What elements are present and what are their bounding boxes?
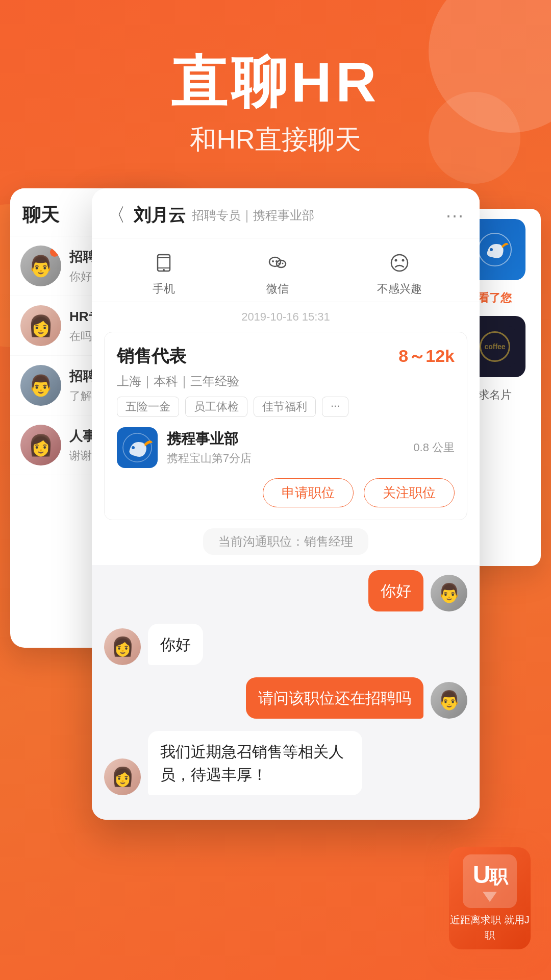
svg-rect-4 — [158, 255, 170, 271]
company-branch: 携程宝山第7分店 — [167, 451, 404, 466]
job-card: 销售代表 8～12k 上海｜本科｜三年经验 五险一金 员工体检 佳节福利 ··· — [104, 332, 467, 520]
action-wechat[interactable]: 微信 — [263, 249, 292, 297]
chat-user-role: 招聘专员｜携程事业部 — [192, 207, 314, 224]
svg-point-8 — [269, 257, 281, 266]
job-tags: 五险一金 员工体检 佳节福利 ··· — [117, 397, 455, 417]
company-logo — [117, 427, 158, 468]
receiver-avatar-2: 👩 — [104, 758, 141, 795]
message-row-4: 👩 我们近期急召销售等相关人员，待遇丰厚！ — [104, 731, 467, 795]
coffee-text: coffee — [484, 342, 505, 351]
avatar-3: 👨 — [20, 365, 61, 406]
unread-dot-1 — [50, 248, 59, 257]
apply-job-button[interactable]: 申请职位 — [263, 478, 354, 507]
main-title: 直聊HR — [0, 51, 551, 113]
phone-icon — [149, 249, 178, 277]
svg-point-10 — [272, 260, 274, 262]
job-tag-2: 员工体检 — [185, 397, 247, 417]
message-bubble-3: 请问该职位还在招聘吗 — [246, 677, 423, 719]
chat-header: 〈 刘月云 招聘专员｜携程事业部 ··· — [92, 188, 480, 238]
ujob-tagline: 近距离求职 就用J职 — [449, 912, 531, 943]
sender-avatar-1: 👨 — [431, 575, 467, 611]
more-options-button[interactable]: ··· — [446, 205, 464, 226]
svg-point-11 — [276, 260, 278, 262]
job-title: 销售代表 — [117, 345, 186, 368]
job-tag-3: 佳节福利 — [254, 397, 316, 417]
ujob-logo-text: U职 — [473, 861, 507, 890]
phone-label: 手机 — [153, 281, 175, 297]
follow-job-button[interactable]: 关注职位 — [364, 478, 455, 507]
svg-point-13 — [282, 263, 283, 264]
chat-user-name: 刘月云 — [134, 204, 186, 227]
svg-point-15 — [394, 259, 397, 262]
ujob-badge[interactable]: U职 近距离求职 就用J职 — [449, 847, 531, 949]
svg-point-14 — [391, 255, 408, 271]
company-distance: 0.8 公里 — [413, 440, 455, 455]
right-card-business-card: 求名片 — [478, 387, 512, 403]
company-name: 携程事业部 — [167, 429, 404, 449]
message-bubble-2: 你好 — [148, 624, 203, 665]
job-tag-more: ··· — [322, 397, 348, 417]
job-salary: 8～12k — [398, 345, 455, 368]
wechat-icon — [263, 249, 292, 277]
action-phone[interactable]: 手机 — [149, 249, 178, 297]
svg-point-18 — [132, 446, 135, 449]
svg-point-3 — [490, 248, 493, 251]
chat-list-title: 聊天 — [22, 203, 59, 228]
svg-point-16 — [402, 259, 404, 262]
current-job-status: 当前沟通职位：销售经理 — [203, 528, 368, 555]
right-card-viewed: 看了您 — [478, 290, 512, 306]
message-row-1: 👨 你好 — [104, 570, 467, 611]
avatar-2: 👩 — [20, 305, 61, 346]
main-chat-card: 〈 刘月云 招聘专员｜携程事业部 ··· 手机 — [92, 188, 480, 820]
message-bubble-4: 我们近期急召销售等相关人员，待遇丰厚！ — [148, 731, 362, 795]
job-buttons: 申请职位 关注职位 — [117, 478, 455, 507]
not-interested-icon — [385, 249, 414, 277]
avatar-1: 👨 — [20, 246, 61, 286]
job-tag-1: 五险一金 — [117, 397, 179, 417]
company-row: 携程事业部 携程宝山第7分店 0.8 公里 — [117, 427, 455, 468]
back-button[interactable]: 〈 — [107, 203, 126, 228]
message-timestamp: 2019-10-16 15:31 — [92, 302, 480, 332]
receiver-avatar-1: 👩 — [104, 628, 141, 665]
message-row-3: 👨 请问该职位还在招聘吗 — [104, 677, 467, 719]
ujob-pin-icon — [483, 892, 497, 902]
chat-messages-area: 👨 你好 👩 你好 👨 请问该职位还在招聘吗 👩 我们近期急召销售等相关人员，待… — [92, 565, 480, 820]
wechat-label: 微信 — [266, 281, 289, 297]
avatar-4: 👩 — [20, 425, 61, 465]
not-interested-label: 不感兴趣 — [377, 281, 422, 297]
message-bubble-1: 你好 — [368, 570, 423, 611]
action-not-interested[interactable]: 不感兴趣 — [377, 249, 422, 297]
sub-title: 和HR直接聊天 — [0, 122, 551, 158]
svg-point-7 — [163, 269, 165, 271]
cards-container: 聊天 👨 招聘HR 你好 👩 HR专员 — [0, 188, 551, 820]
action-buttons-row: 手机 微信 — [92, 238, 480, 302]
svg-point-12 — [278, 263, 280, 264]
sender-avatar-2: 👨 — [431, 682, 467, 719]
message-row-2: 👩 你好 — [104, 624, 467, 665]
header-section: 直聊HR 和HR直接聊天 — [0, 0, 551, 188]
job-title-row: 销售代表 8～12k — [117, 345, 455, 368]
job-meta: 上海｜本科｜三年经验 — [117, 373, 455, 389]
